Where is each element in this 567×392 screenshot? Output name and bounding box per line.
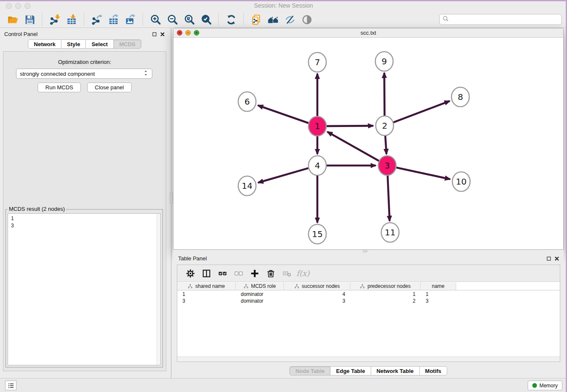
export-image-button[interactable]	[122, 12, 139, 27]
cell-shared-name[interactable]: 1	[177, 291, 236, 297]
horizontal-splitter[interactable]	[173, 250, 564, 253]
edge-3-1[interactable]	[328, 132, 379, 161]
toolbar-separator	[243, 13, 244, 26]
graph-node-10[interactable]: 10	[452, 172, 470, 191]
cell-MCDS-role[interactable]: dominator	[236, 291, 284, 297]
edge-2-8[interactable]	[394, 101, 450, 123]
graph-node-3[interactable]: 3	[378, 156, 396, 175]
graph-node-11[interactable]: 11	[381, 223, 399, 242]
tab-mcds[interactable]: MCDS	[114, 39, 141, 49]
cell-successor-nodes[interactable]: 3	[284, 298, 350, 304]
export-table-button[interactable]	[105, 12, 122, 27]
graph-node-9[interactable]: 9	[375, 52, 393, 71]
graph-node-14[interactable]: 14	[238, 176, 256, 196]
float-table-panel-icon[interactable]	[546, 255, 551, 263]
task-history-button[interactable]	[5, 381, 17, 390]
svg-text:14: 14	[242, 181, 252, 191]
edge-1-2[interactable]	[327, 126, 373, 126]
tab-network-table[interactable]: Network Table	[371, 366, 420, 375]
optimization-criterion-select[interactable]: strongly connected component	[16, 69, 152, 79]
cell-MCDS-role[interactable]: dominator	[236, 298, 284, 304]
cell-predecessor-nodes[interactable]: 1	[350, 291, 421, 297]
network-graph[interactable]: 7968124314101511	[173, 38, 563, 249]
edge-2-3[interactable]	[385, 135, 386, 154]
apply-layout-button[interactable]	[223, 12, 239, 27]
main-toolbar	[0, 11, 567, 28]
toolbar-separator	[42, 13, 42, 26]
column-header-shared-name[interactable]: shared name	[177, 282, 236, 290]
import-network-button[interactable]	[46, 12, 63, 27]
edge-3-11[interactable]	[388, 175, 390, 221]
close-table-panel-icon[interactable]	[554, 255, 559, 263]
save-session-button[interactable]	[21, 12, 38, 27]
table-settings-button[interactable]	[183, 267, 198, 280]
search-input[interactable]	[451, 15, 559, 24]
column-header-MCDS-role[interactable]: MCDS role	[236, 282, 284, 290]
network-window-titlebar[interactable]: × − + scc.txt	[173, 28, 563, 38]
table-row[interactable]: 1dominator411	[177, 291, 560, 298]
close-panel-icon[interactable]	[160, 31, 165, 39]
tab-style[interactable]: Style	[61, 39, 86, 49]
export-network-button[interactable]	[88, 12, 105, 27]
edge-2-9[interactable]	[384, 73, 385, 116]
deselect-all-rows-button[interactable]	[231, 267, 246, 280]
network-from-selection-button[interactable]	[248, 12, 264, 27]
first-neighbors-button[interactable]	[264, 12, 281, 27]
svg-text:3: 3	[385, 160, 390, 171]
zoom-fit-button[interactable]	[181, 12, 198, 27]
column-header-name[interactable]: name	[421, 282, 456, 290]
tab-network[interactable]: Network	[28, 39, 61, 49]
graph-node-7[interactable]: 7	[308, 52, 326, 72]
open-session-button[interactable]	[4, 12, 21, 27]
svg-text:11: 11	[385, 227, 395, 237]
cell-name[interactable]: 1	[421, 291, 456, 297]
tab-node-table[interactable]: Node Table	[289, 366, 330, 375]
zoom-selected-button[interactable]	[198, 12, 215, 27]
vertical-splitter[interactable]	[169, 28, 173, 378]
zoom-out-button[interactable]	[164, 12, 181, 27]
cell-predecessor-nodes[interactable]: 2	[350, 298, 421, 304]
mcds-result-list[interactable]: 1 3	[8, 213, 161, 365]
graph-node-6[interactable]: 6	[238, 92, 256, 111]
zoom-in-button[interactable]	[147, 12, 164, 27]
result-scrollbar[interactable]	[157, 214, 160, 365]
memory-button[interactable]: Memory	[528, 381, 562, 390]
edge-4-14[interactable]	[258, 168, 308, 182]
tab-motifs[interactable]: Motifs	[420, 366, 447, 375]
search-box[interactable]	[439, 14, 562, 25]
column-tree-icon	[187, 284, 193, 289]
column-header-successor-nodes[interactable]: successor nodes	[284, 282, 350, 290]
show-column-panel-button[interactable]	[199, 267, 214, 280]
column-header-predecessor-nodes[interactable]: predecessor nodes	[350, 282, 421, 290]
table-row[interactable]: 3dominator323	[177, 298, 560, 304]
delete-column-button[interactable]	[264, 267, 278, 280]
graph-node-4[interactable]: 4	[308, 156, 326, 175]
tab-select[interactable]: Select	[86, 39, 113, 49]
edge-1-6[interactable]	[258, 105, 308, 123]
hide-selected-button[interactable]	[281, 12, 298, 27]
select-all-rows-button[interactable]	[215, 267, 230, 280]
tab-edge-table[interactable]: Edge Table	[330, 366, 371, 375]
edge-3-10[interactable]	[396, 168, 450, 179]
table-hscrollbar[interactable]	[177, 356, 560, 362]
column-tree-icon	[294, 284, 300, 289]
cell-name[interactable]: 3	[421, 298, 456, 304]
graph-node-15[interactable]: 15	[308, 224, 326, 244]
cell-shared-name[interactable]: 3	[177, 298, 236, 304]
show-hidden-button[interactable]	[298, 12, 315, 27]
network-canvas[interactable]: 7968124314101511	[173, 38, 563, 249]
vertical-splitter-handle[interactable]	[170, 193, 173, 204]
cell-successor-nodes[interactable]: 4	[284, 291, 350, 297]
graph-node-2[interactable]: 2	[376, 116, 394, 135]
table-panel: Table Panel f(x) shared nameMCDS rolesuc…	[173, 253, 564, 378]
add-column-button[interactable]	[248, 267, 262, 280]
table-panel-title: Table Panel	[178, 255, 207, 262]
close-panel-button[interactable]: Close panel	[87, 83, 132, 92]
column-tree-icon	[243, 284, 249, 289]
graph-node-1[interactable]: 1	[308, 116, 326, 136]
float-panel-icon[interactable]	[152, 31, 157, 39]
graph-node-8[interactable]: 8	[451, 87, 469, 107]
run-mcds-button[interactable]: Run MCDS	[38, 83, 81, 92]
horizontal-splitter-handle[interactable]	[363, 250, 367, 252]
import-table-button[interactable]	[63, 12, 80, 27]
